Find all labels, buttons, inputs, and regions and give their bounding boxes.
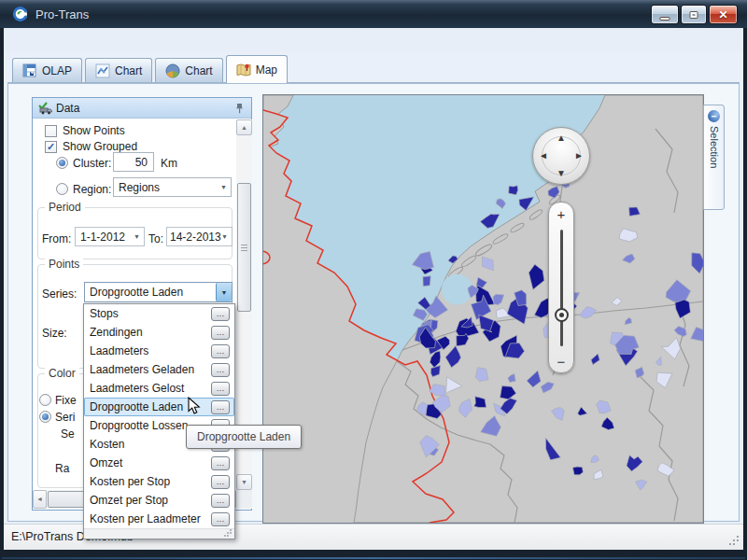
period-to-value: 14-2-2013 [170,231,221,244]
info-ball-icon: i [708,110,720,122]
zoom-in-button[interactable]: + [549,206,573,222]
close-button[interactable]: ✕ [709,5,738,24]
ellipsis-button[interactable]: … [211,475,230,489]
series-dropdown-item[interactable]: Laadmeters Geladen … [84,360,234,379]
series-item-label: Kosten [90,438,124,451]
series-combobox[interactable]: Dropgrootte Laden ▼ [84,282,233,302]
pan-up-icon[interactable]: ▲ [557,133,566,143]
period-from-combobox[interactable]: 1-1-2012 ▼ [75,227,145,246]
series-dropdown-item[interactable]: Laadmeters … [84,342,234,360]
chevron-down-icon: ▼ [221,233,232,240]
show-points-label: Show Points [63,124,125,137]
menu-item[interactable] [4,33,24,41]
resize-grip-icon[interactable] [230,535,232,537]
series-dropdown-item[interactable]: Kosten per Laadmeter … [84,510,234,528]
points-legend: Points [45,258,83,271]
ellipsis-button[interactable]: … [211,382,230,396]
series-label: Series: [42,287,77,301]
scroll-down-button[interactable]: ▼ [236,474,252,490]
ellipsis-button[interactable]: … [211,363,230,377]
scroll-up-button[interactable]: ▲ [236,119,252,135]
color-range-label: Ra [55,462,69,475]
scroll-left-button[interactable]: ◄ [33,490,47,509]
pan-left-icon[interactable]: ◄ [539,151,548,161]
region-value: Regions [119,181,160,194]
window-resize-grip[interactable] [737,543,739,545]
dropdown-resize-footer[interactable] [84,528,234,539]
pin-icon[interactable] [234,103,245,114]
size-label: Size: [42,327,67,340]
ellipsis-button[interactable]: … [211,307,230,321]
app-logo-icon [12,6,29,22]
series-dropdown-item[interactable]: Laadmeters Gelost … [84,379,234,398]
color-legend: Color [45,367,79,380]
series-dropdown-button[interactable]: ▼ [216,283,232,301]
cluster-distance-input[interactable]: 50 [113,152,154,172]
pan-right-icon[interactable]: ► [574,151,584,161]
zoom-track[interactable] [560,230,563,346]
title-bar[interactable]: Pro-Trans ✕ [0,0,747,28]
menu-item[interactable] [45,33,65,41]
pan-down-icon[interactable]: ▼ [557,169,566,178]
tab-label: Chart [185,64,212,77]
series-dropdown-item[interactable]: Omzet per Stop … [84,491,234,510]
map-tab-page: Data Show Points ✓ Show Grouped Cluster:… [7,83,740,522]
show-grouped-checkbox[interactable]: ✓ [45,141,57,153]
series-dropdown-item[interactable]: Kosten per Stop … [84,472,234,491]
cluster-unit-label: Km [161,157,177,170]
ellipsis-button[interactable]: … [211,512,230,526]
color-series-radio[interactable] [39,411,51,423]
ellipsis-button[interactable]: … [211,344,230,358]
chevron-down-icon: ▼ [134,233,144,240]
selection-side-tab[interactable]: i Selection [703,105,725,210]
period-from-label: From: [42,232,71,245]
period-from-value: 1-1-2012 [80,231,125,244]
minimize-button[interactable] [651,5,679,24]
tab-olap[interactable]: OLAP [12,58,82,83]
series-dropdown-item[interactable]: Stops … [84,304,234,323]
show-points-checkbox[interactable] [45,125,57,137]
zoom-out-button[interactable]: − [549,354,573,370]
tab-chart-pie[interactable]: Chart [155,58,222,83]
ellipsis-button[interactable]: … [211,326,230,340]
maximize-button[interactable] [681,5,707,24]
ellipsis-button[interactable]: … [211,494,230,508]
data-panel-header[interactable]: Data [33,98,251,119]
ellipsis-button[interactable]: … [211,456,230,470]
map-zoom-slider[interactable]: + − [548,202,574,373]
menu-item[interactable] [24,33,45,41]
app-window: Pro-Trans ✕ OLAP [0,0,747,560]
ellipsis-button[interactable]: … [211,400,230,414]
map-viewport[interactable]: ▲ ▼ ◄ ► + − 250 km [262,94,704,524]
series-item-label: Laadmeters [90,344,148,357]
series-item-label: Kosten per Stop [90,475,170,488]
period-to-label: To: [148,232,163,245]
series-item-label: Kosten per Laadmeter [90,512,201,525]
cluster-radio[interactable] [56,157,68,169]
maximize-icon [690,11,698,19]
series-dropdown-items: Stops … Zendingen … Laadmeters … Laadmet… [84,304,234,528]
tab-map[interactable]: Map [226,55,288,83]
client-area: OLAP Chart Chart [4,28,743,550]
selection-tab-label: Selection [709,126,720,168]
region-combobox[interactable]: Regions ▼ [113,177,232,197]
chevron-down-icon: ▼ [220,184,231,190]
map-icon [236,63,251,77]
region-radio[interactable] [56,183,68,195]
close-icon: ✕ [718,8,727,21]
map-canvas[interactable] [263,95,703,523]
series-dropdown-item[interactable]: Omzet … [84,454,234,472]
period-to-combobox[interactable]: 14-2-2013 ▼ [166,227,233,246]
zoom-thumb[interactable] [555,308,569,322]
tab-label: OLAP [42,64,72,77]
series-item-label: Dropgrootte Lossen [90,419,188,432]
scroll-thumb[interactable] [237,183,251,312]
series-item-label: Zendingen [90,326,143,339]
tab-chart-line[interactable]: Chart [85,58,152,83]
map-pan-control[interactable]: ▲ ▼ ◄ ► [532,127,590,185]
region-label: Region: [73,183,111,196]
color-fixed-radio[interactable] [39,394,51,406]
period-legend: Period [45,201,85,214]
series-dropdown-item[interactable]: Dropgrootte Laden … [84,398,234,416]
series-dropdown-item[interactable]: Zendingen … [84,323,234,342]
